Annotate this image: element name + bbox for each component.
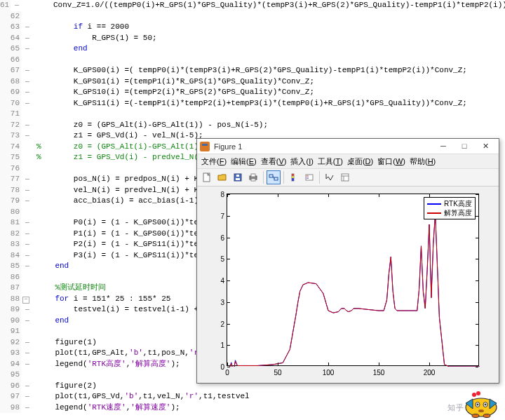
code-line[interactable]: 68 K_GPS01(i) =(tempP1(i)*R_GPS(1)*GPS_Q…	[0, 76, 505, 88]
svg-rect-8	[274, 177, 278, 180]
insert-colorbar-button[interactable]	[287, 170, 301, 184]
fold-marker[interactable]	[21, 11, 31, 22]
save-button[interactable]	[231, 170, 245, 184]
fold-marker[interactable]	[21, 359, 31, 370]
fold-marker[interactable]	[21, 316, 31, 327]
fold-marker[interactable]	[21, 283, 31, 294]
menu-item[interactable]: 窗口(W)	[377, 156, 405, 167]
fold-marker[interactable]	[21, 207, 31, 218]
link-axes-button[interactable]	[267, 170, 281, 184]
menu-item[interactable]: 编辑(E)	[231, 156, 257, 167]
code-line[interactable]: 67 K_GPS00(i) =( tempP0(i)*(tempP3(i)+R_…	[0, 65, 505, 76]
fold-marker[interactable]	[21, 402, 31, 414]
menu-item[interactable]: 查看(V)	[261, 156, 287, 167]
minimize-button[interactable]: ─	[433, 140, 454, 154]
fold-marker[interactable]	[21, 250, 31, 262]
fold-marker[interactable]	[21, 294, 31, 305]
open-property-inspector-button[interactable]	[338, 170, 352, 184]
mascot-icon	[460, 391, 502, 419]
fold-marker[interactable]	[21, 120, 31, 131]
fold-marker[interactable]	[21, 185, 31, 196]
fold-marker[interactable]	[21, 370, 31, 381]
print-button[interactable]	[246, 170, 260, 184]
fold-marker[interactable]	[21, 130, 31, 142]
fold-marker[interactable]	[21, 76, 31, 88]
line-number: 91	[0, 326, 21, 337]
fold-marker[interactable]	[21, 152, 31, 163]
legend-item[interactable]: RTK高度	[427, 199, 472, 208]
legend-item[interactable]: 解算高度	[427, 208, 472, 217]
axes[interactable]: RTK高度解算高度 012345678050100150200	[227, 194, 479, 366]
fold-marker[interactable]	[21, 304, 31, 316]
svg-point-27	[472, 393, 476, 397]
fold-marker[interactable]	[21, 348, 31, 359]
code-line[interactable]: 70 K_GPS11(i) =(-tempP1(i)*tempP2(i)+tem…	[0, 98, 505, 109]
fold-marker[interactable]	[21, 163, 31, 175]
x-tick-label: 200	[424, 369, 436, 377]
fold-marker[interactable]	[21, 33, 31, 44]
fold-marker[interactable]	[21, 217, 31, 229]
titlebar[interactable]: Figure 1 ─ □ ✕	[197, 139, 499, 154]
line-number: 61	[0, 0, 11, 11]
code-line[interactable]: 66	[0, 55, 505, 66]
insert-legend-button[interactable]	[302, 170, 316, 184]
menubar[interactable]: 文件(F)编辑(E)查看(V)插入(I)工具(T)桌面(D)窗口(W)帮助(H)	[197, 154, 499, 168]
fold-marker[interactable]	[21, 229, 31, 240]
fold-marker[interactable]	[21, 43, 31, 55]
fold-marker[interactable]	[21, 239, 31, 250]
fold-marker[interactable]	[21, 98, 31, 109]
fold-marker[interactable]	[21, 391, 31, 402]
code-line[interactable]: 61 Conv_Z=1.0/((tempP0(i)+R_GPS(1)*GPS_Q…	[0, 0, 505, 11]
fold-marker[interactable]	[21, 22, 31, 33]
code-text: K_GPS01(i) =(tempP1(i)*R_GPS(1)*GPS_Qual…	[31, 76, 505, 88]
legend-label: 解算高度	[444, 208, 472, 218]
line-number: 68	[0, 76, 21, 88]
code-line[interactable]: 63 if i == 2000	[0, 22, 505, 33]
open-button[interactable]	[215, 170, 229, 184]
code-line[interactable]: 71	[0, 109, 505, 120]
code-line[interactable]: 69 K_GPS10(i) =(tempP2(i)*R_GPS(2)*GPS_Q…	[0, 87, 505, 98]
fold-marker[interactable]	[21, 261, 31, 272]
fold-marker[interactable]	[21, 65, 31, 76]
line-number: 67	[0, 65, 21, 76]
code-line[interactable]: 97 plot(t1,GPS_Vd,'b',t1,vel_N,'r',t1,te…	[0, 391, 505, 402]
y-tick-label: 1	[212, 341, 224, 349]
edit-plot-button[interactable]	[323, 170, 337, 184]
fold-marker[interactable]	[21, 272, 31, 283]
fold-marker[interactable]	[21, 87, 31, 98]
code-line[interactable]: 72 z0 = (GPS_Alt(i)-GPS_Alt(1)) - pos_N(…	[0, 120, 505, 131]
fold-marker[interactable]	[21, 142, 31, 153]
fold-marker[interactable]	[21, 55, 31, 66]
fold-marker[interactable]	[21, 326, 31, 337]
fold-marker[interactable]	[21, 174, 31, 185]
y-tick-label: 2	[212, 320, 224, 327]
y-tick-label: 0	[212, 363, 224, 371]
figure-window[interactable]: Figure 1 ─ □ ✕ 文件(F)编辑(E)查看(V)插入(I)工具(T)…	[196, 138, 499, 384]
line-number: 95	[0, 370, 21, 381]
svg-rect-7	[269, 175, 273, 177]
fold-marker[interactable]	[21, 109, 31, 120]
maximize-button[interactable]: □	[454, 140, 475, 154]
y-tick-label: 7	[212, 212, 224, 219]
fold-marker[interactable]	[21, 337, 31, 348]
plot-area[interactable]: RTK高度解算高度 012345678050100150200	[197, 187, 499, 383]
line-number: 70	[0, 98, 21, 109]
svg-point-24	[478, 409, 484, 412]
menu-item[interactable]: 插入(I)	[290, 156, 313, 167]
legend[interactable]: RTK高度解算高度	[424, 197, 476, 219]
menu-item[interactable]: 工具(T)	[318, 156, 343, 167]
code-line[interactable]: 98 legend('RTK速度','解算速度');	[0, 402, 505, 414]
fold-marker[interactable]	[21, 381, 31, 392]
close-button[interactable]: ✕	[475, 140, 496, 154]
toolbar[interactable]	[197, 168, 499, 187]
code-line[interactable]: 65 end	[0, 43, 505, 55]
code-line[interactable]: 62	[0, 11, 505, 22]
line-number: 94	[0, 359, 21, 370]
fold-marker[interactable]	[21, 196, 31, 207]
menu-item[interactable]: 文件(F)	[201, 156, 227, 167]
menu-item[interactable]: 桌面(D)	[347, 156, 373, 167]
new-figure-button[interactable]	[200, 170, 214, 184]
menu-item[interactable]: 帮助(H)	[410, 156, 436, 167]
x-tick-label: 50	[274, 369, 281, 377]
code-line[interactable]: 64 R_GPS(1) = 50;	[0, 33, 505, 44]
